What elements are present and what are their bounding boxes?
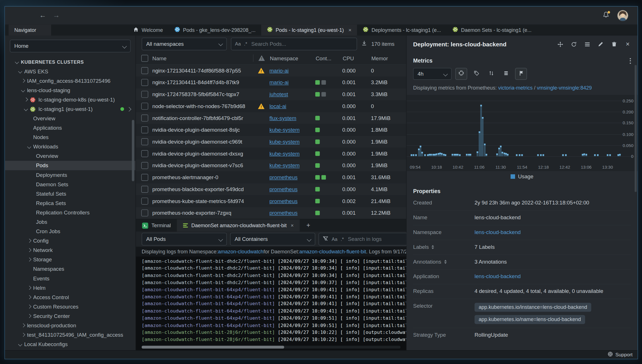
metrics-tool-cpu-button[interactable] (455, 68, 467, 80)
tab-pods-gke-lens-dev-298208[interactable]: Pods - gke_lens-dev-298208_... (169, 24, 261, 36)
sidebar-item-workloads[interactable]: Workloads (5, 142, 135, 151)
support-button[interactable]: Support (615, 352, 632, 357)
container-filter-select[interactable]: All Containers (230, 233, 315, 246)
filter-funnel-icon[interactable] (323, 235, 328, 243)
namespace-link[interactable]: kube-system (269, 150, 300, 157)
sidebar-item-daemon-sets[interactable]: Daemon Sets (5, 180, 135, 189)
avatar[interactable] (617, 10, 628, 21)
move-icon[interactable] (557, 41, 563, 47)
log-output[interactable]: [amazon-cloudwatch-fluent-bit-dhdc2/flue… (136, 257, 406, 350)
metrics-tool-flag-button[interactable] (515, 68, 527, 80)
dock-tab-close-icon[interactable]: × (291, 223, 294, 228)
row-checkbox[interactable] (141, 162, 148, 169)
close-icon[interactable]: × (624, 41, 631, 47)
regex-icon[interactable]: .* (341, 237, 344, 241)
table-row[interactable]: nvidia-device-plugin-daemonset-v7sc6kube… (136, 160, 406, 171)
namespace-link[interactable]: local-ai (269, 103, 286, 109)
sidebar-item-replica-sets[interactable]: Replica Sets (5, 198, 135, 208)
sidebar-item-overview[interactable]: Overview (5, 114, 135, 123)
kebab-menu-icon[interactable] (630, 58, 631, 64)
row-checkbox[interactable] (141, 67, 148, 74)
sidebar-item-iam-config-access-841310725496[interactable]: IAM_config_access-841310725496 (5, 76, 135, 86)
column-name[interactable]: Name (152, 55, 253, 61)
sidebar-item-lenscloud-production[interactable]: lenscloud-production (5, 321, 135, 330)
sort-arrows-icon[interactable] (444, 260, 447, 264)
property-value[interactable]: lens-cloud-backend (475, 229, 631, 235)
metrics-tool-tag-button[interactable] (471, 68, 482, 79)
row-checkbox[interactable] (141, 127, 148, 133)
sidebar-item-stateful-sets[interactable]: Stateful Sets (5, 189, 135, 198)
sidebar-scrollbar[interactable] (132, 120, 134, 181)
sidebar-item-access-control[interactable]: Access Control (5, 293, 135, 302)
metrics-tool-updown-button[interactable] (485, 68, 497, 79)
table-row[interactable]: nginx-1721304411-74df86f588-87p55mario-a… (136, 65, 406, 76)
table-row[interactable]: nvidia-device-plugin-daemonset-c969tkube… (136, 136, 406, 148)
notifications-bell-icon[interactable] (602, 12, 610, 19)
metrics-tool-stack-button[interactable] (500, 68, 511, 79)
tab-daemon-sets-lc-staging1-e[interactable]: Daemon Sets - lc-staging1 (e... (447, 24, 537, 36)
namespace-link[interactable]: kube-system (269, 162, 300, 169)
details-scrollbar[interactable] (635, 65, 637, 192)
column-containers[interactable]: Cont... (316, 55, 343, 61)
chart-legend[interactable]: Usage (407, 171, 637, 181)
tab-pods-lc-staging1-eu-west-1[interactable]: Pods - lc-staging1 (eu-west-1)× (261, 24, 357, 36)
refresh-icon[interactable] (570, 41, 577, 47)
sidebar-item-helm[interactable]: Helm (5, 283, 135, 293)
table-row[interactable]: nvidia-device-plugin-daemonset-8sljckube… (136, 124, 406, 136)
match-case-icon[interactable]: Aa (332, 237, 337, 241)
row-checkbox[interactable] (141, 186, 148, 193)
tab-welcome[interactable]: Welcome (127, 24, 168, 36)
namespace-link[interactable]: prometheus (269, 198, 298, 204)
sidebar-item-applications[interactable]: Applications (5, 123, 135, 133)
prometheus-endpoint-link[interactable]: vmsingle-vmsingle:8429 (537, 85, 592, 91)
sidebar-item-custom-resources[interactable]: Custom Resources (5, 302, 135, 311)
sidebar-item-test-841310725496-iam-config-access[interactable]: test_841310725496_IAM_config_access (5, 330, 135, 340)
row-checkbox[interactable] (141, 103, 148, 109)
log-horizontal-scrollbar[interactable] (142, 346, 400, 349)
row-checkbox[interactable] (141, 210, 148, 216)
metrics-range-select[interactable]: 4h (413, 68, 452, 80)
sidebar-item-storage[interactable]: Storage (5, 255, 135, 264)
table-row[interactable]: prometheus-kube-state-metrics-5fd974prom… (136, 195, 406, 207)
table-row[interactable]: prometheus-blackbox-exporter-549dcdprome… (136, 183, 406, 195)
sidebar-item-lens-cloud-staging[interactable]: lens-cloud-staging (5, 86, 135, 95)
trash-icon[interactable] (611, 41, 618, 47)
new-dock-tab-button[interactable]: + (300, 219, 317, 231)
context-select[interactable]: Home (10, 40, 131, 53)
dock-tab-terminal[interactable]: Terminal (136, 219, 177, 231)
back-button[interactable]: ← (39, 11, 46, 20)
sidebar-item-aws-eks[interactable]: AWS EKS (5, 67, 135, 76)
regex-icon[interactable]: .* (244, 41, 247, 46)
warning-column-icon[interactable] (258, 55, 265, 61)
namespace-link[interactable]: prometheus (269, 186, 298, 193)
table-row[interactable]: notification-controller-7bfbfd6479-cbl5r… (136, 112, 406, 124)
prometheus-source-link[interactable]: victoria-metrics (498, 85, 533, 91)
log-namespace-link[interactable]: amazon-cloudwatch (218, 249, 264, 255)
namespace-link[interactable]: prometheus (269, 210, 298, 216)
sidebar-item-deployments[interactable]: Deployments (5, 170, 135, 180)
row-checkbox[interactable] (141, 91, 148, 98)
tab-navigator[interactable]: Navigator (9, 24, 51, 36)
tab-deployments-lc-staging1-e[interactable]: Deployments - lc-staging1 (e... (357, 24, 446, 36)
namespace-link[interactable]: mario-ai (269, 79, 289, 86)
sidebar-item-network[interactable]: Network (5, 245, 135, 255)
sidebar-item-jobs[interactable]: Jobs (5, 217, 135, 227)
column-namespace[interactable]: Namespace (270, 55, 316, 61)
row-checkbox[interactable] (141, 138, 148, 145)
namespace-link[interactable]: flux-system (269, 115, 297, 121)
namespace-link[interactable]: juhotest (269, 91, 288, 98)
namespace-link[interactable]: prometheus (269, 174, 298, 181)
row-checkbox[interactable] (141, 198, 148, 204)
sidebar-item-local-kubeconfigs[interactable]: Local Kubeconfigs (5, 340, 135, 349)
log-daemonset-link[interactable]: amazon-cloudwatch-fluent-bit (299, 249, 366, 255)
cpu-usage-chart[interactable]: 0.2500.2000.1500.1000.0500 (407, 95, 637, 164)
row-checkbox[interactable] (141, 115, 148, 121)
table-row[interactable]: nvidia-device-plugin-daemonset-dxsxgkube… (136, 148, 406, 160)
sidebar-item-kubernetes-clusters[interactable]: KUBERNETES CLUSTERS (5, 57, 135, 67)
sidebar-item-namespaces[interactable]: Namespaces (5, 264, 135, 274)
sort-arrows-icon[interactable] (432, 245, 434, 249)
table-row[interactable]: prometheus-node-exporter-7zgxqprometheus… (136, 207, 406, 219)
sidebar-item-overview[interactable]: Overview (5, 151, 135, 161)
sidebar-item-config[interactable]: Config (5, 236, 135, 245)
column-cpu[interactable]: CPU (343, 55, 371, 61)
